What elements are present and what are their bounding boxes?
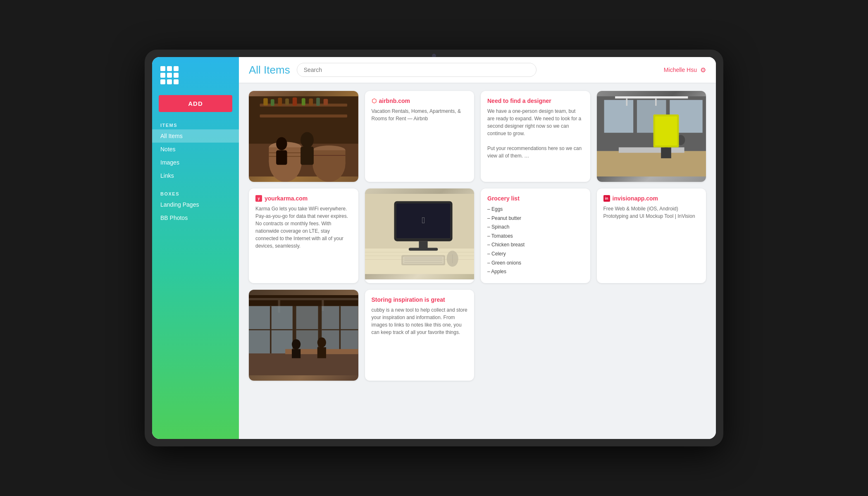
cards-container: ⬡ airbnb.com Vacation Rentals, Homes, Ap…	[239, 83, 716, 439]
svg-rect-29	[604, 100, 633, 133]
grocery-item: – Peanut butter	[487, 214, 584, 223]
grocery-item: – Green onions	[487, 259, 584, 268]
svg-rect-20	[312, 150, 345, 164]
svg-rect-6	[278, 98, 282, 106]
svg-rect-12	[324, 99, 328, 105]
invision-icon: in	[603, 195, 610, 202]
svg-rect-77	[317, 347, 326, 358]
karma-icon: y	[255, 195, 262, 202]
svg-rect-40	[655, 117, 677, 146]
svg-rect-25	[276, 150, 287, 165]
svg-rect-27	[597, 151, 706, 176]
settings-icon[interactable]: ⚙	[700, 66, 706, 74]
svg-rect-11	[316, 98, 320, 106]
card-airbnb-text: Vacation Rentals, Homes, Apartments, & R…	[372, 107, 468, 122]
card-designer-text: We have a one-person design team, but ar…	[487, 107, 584, 160]
svg-rect-3	[260, 114, 347, 117]
svg-rect-60	[249, 353, 358, 375]
app-logo	[152, 57, 239, 92]
card-invision-title: in invisionapp.com	[603, 195, 700, 202]
main-content: All Items Michelle Hsu ⚙	[239, 57, 716, 439]
card-invision-body: in invisionapp.com Free Web & Mobile (iO…	[597, 188, 706, 227]
card-grocery-list: – Eggs – Peanut butter – Spinach – Tomat…	[487, 205, 584, 277]
svg-rect-7	[285, 98, 289, 105]
user-name: Michelle Hsu	[664, 67, 697, 73]
svg-rect-47	[419, 241, 427, 249]
card-grocery[interactable]: Grocery list – Eggs – Peanut butter – Sp…	[481, 188, 590, 283]
card-image-office2	[249, 290, 358, 381]
svg-point-74	[292, 339, 300, 349]
grocery-item: – Chicken breast	[487, 241, 584, 250]
card-karma-body: y yourkarma.com Karma Go lets you take W…	[249, 188, 358, 256]
svg-rect-48	[408, 248, 438, 251]
logo-cell	[174, 79, 179, 84]
device-frame: ADD ITEMS All Items Notes Images Links B…	[145, 50, 723, 446]
svg-rect-37	[661, 147, 671, 158]
logo-cell	[167, 66, 172, 71]
svg-rect-8	[293, 98, 297, 106]
card-karma[interactable]: y yourkarma.com Karma Go lets you take W…	[249, 188, 358, 283]
logo-cell	[167, 73, 172, 78]
card-mac-image[interactable]: 	[365, 188, 475, 283]
svg-point-24	[276, 137, 287, 150]
sidebar-item-all-items[interactable]: All Items	[152, 129, 239, 143]
svg-rect-5	[271, 99, 274, 106]
svg-rect-4	[263, 98, 268, 105]
sidebar-item-images[interactable]: Images	[152, 156, 239, 169]
device-screen: ADD ITEMS All Items Notes Images Links B…	[152, 57, 716, 439]
card-inspiration-text: cubby is a new tool to help collect and …	[372, 306, 468, 336]
logo-cell	[160, 73, 165, 78]
card-bar-image[interactable]	[249, 91, 358, 182]
card-office-image[interactable]	[597, 91, 706, 182]
logo-cell	[167, 79, 172, 84]
card-inspiration-body: Storing inspiration is great cubby is a …	[365, 290, 475, 343]
items-section-label: ITEMS	[152, 120, 239, 129]
header: All Items Michelle Hsu ⚙	[239, 57, 716, 83]
boxes-section-label: BOXES	[152, 189, 239, 198]
grocery-item: – Spinach	[487, 223, 584, 232]
card-airbnb[interactable]: ⬡ airbnb.com Vacation Rentals, Homes, Ap…	[365, 91, 475, 182]
add-button[interactable]: ADD	[159, 95, 232, 112]
sidebar-item-links[interactable]: Links	[152, 169, 239, 182]
card-designer[interactable]: Need to find a designer We have a one-pe…	[481, 91, 590, 182]
svg-rect-62	[249, 298, 358, 300]
sidebar: ADD ITEMS All Items Notes Images Links B…	[152, 57, 239, 439]
card-invision[interactable]: in invisionapp.com Free Web & Mobile (iO…	[597, 188, 706, 283]
svg-rect-10	[309, 98, 313, 105]
svg-rect-34	[655, 98, 657, 106]
grocery-item: – Celery	[487, 250, 584, 259]
grocery-item: – Tomatoes	[487, 232, 584, 241]
card-designer-body: Need to find a designer We have a one-pe…	[481, 91, 590, 166]
card-karma-title: y yourkarma.com	[255, 195, 352, 202]
search-input[interactable]	[297, 63, 537, 77]
card-office2-image[interactable]	[249, 290, 358, 381]
svg-point-22	[300, 132, 314, 148]
svg-text:: 	[422, 215, 425, 225]
header-right: Michelle Hsu ⚙	[664, 66, 706, 74]
card-karma-text: Karma Go lets you take WiFi everywhere. …	[255, 205, 352, 250]
airbnb-icon: ⬡	[372, 98, 377, 104]
logo-grid	[160, 66, 179, 84]
card-image-mac: 	[365, 188, 475, 279]
logo-cell	[174, 66, 179, 71]
sidebar-item-notes[interactable]: Notes	[152, 143, 239, 156]
sidebar-item-landing-pages[interactable]: Landing Pages	[152, 198, 239, 211]
cards-grid: ⬡ airbnb.com Vacation Rentals, Homes, Ap…	[249, 91, 706, 381]
card-inspiration[interactable]: Storing inspiration is great cubby is a …	[365, 290, 475, 381]
grocery-item: – Eggs	[487, 205, 584, 214]
svg-rect-9	[302, 98, 305, 105]
card-image-office	[597, 91, 706, 182]
svg-rect-23	[300, 147, 314, 165]
page-title: All Items	[249, 64, 290, 76]
logo-cell	[160, 79, 165, 84]
svg-rect-32	[615, 96, 688, 98]
logo-cell	[174, 73, 179, 78]
card-invision-text: Free Web & Mobile (iOS, Android) Prototy…	[603, 205, 700, 220]
card-airbnb-body: ⬡ airbnb.com Vacation Rentals, Homes, Ap…	[365, 91, 475, 129]
logo-cell	[160, 66, 165, 71]
card-grocery-title: Grocery list	[487, 195, 584, 202]
svg-point-76	[317, 337, 326, 348]
sidebar-item-bb-photos[interactable]: BB Photos	[152, 211, 239, 224]
svg-rect-75	[292, 349, 300, 358]
svg-rect-35	[618, 147, 684, 153]
